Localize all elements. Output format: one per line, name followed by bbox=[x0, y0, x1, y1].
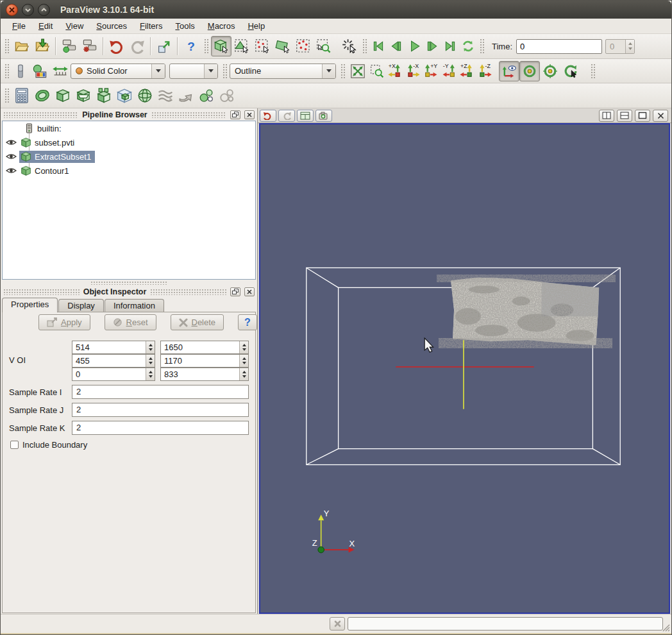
abort-progress-button[interactable] bbox=[330, 617, 345, 631]
voi-kmax-spinbox[interactable]: 833 bbox=[160, 368, 249, 381]
menu-file[interactable]: File bbox=[6, 19, 32, 33]
maximize-window-button[interactable] bbox=[38, 4, 50, 16]
reset-camera-button[interactable] bbox=[348, 61, 368, 81]
pipeline-item-contour[interactable]: Contour1 bbox=[3, 164, 255, 178]
extract-subset-filter-button[interactable] bbox=[114, 85, 135, 106]
select-cells-through-button[interactable] bbox=[273, 36, 293, 56]
properties-help-button[interactable]: ? bbox=[238, 314, 257, 330]
view-plus-z-button[interactable]: +Z bbox=[458, 61, 476, 81]
minimize-window-button[interactable] bbox=[22, 4, 34, 16]
menu-help[interactable]: Help bbox=[241, 19, 271, 33]
threshold-filter-button[interactable] bbox=[94, 85, 114, 106]
sample-rate-k-field[interactable]: 2 bbox=[72, 421, 249, 435]
contour-filter-button[interactable] bbox=[32, 85, 53, 106]
sample-rate-i-field[interactable]: 2 bbox=[72, 385, 249, 399]
view-plus-y-button[interactable]: +Y bbox=[422, 61, 440, 81]
pipeline-item-builtin[interactable]: builtin: bbox=[3, 121, 255, 135]
voi-imax-spinbox[interactable]: 1650 bbox=[160, 341, 249, 354]
frame-spinbox[interactable]: 0 bbox=[605, 39, 635, 54]
pipeline-browser-titlebar[interactable]: Pipeline Browser bbox=[1, 108, 257, 121]
select-points-on-button[interactable] bbox=[252, 36, 273, 56]
spin-buttons[interactable] bbox=[239, 355, 248, 367]
close-panel-button[interactable] bbox=[244, 287, 255, 296]
visibility-toggle[interactable] bbox=[3, 153, 19, 160]
connect-server-button[interactable] bbox=[59, 36, 80, 56]
spin-buttons[interactable] bbox=[146, 368, 155, 380]
close-view-button[interactable] bbox=[653, 110, 668, 122]
undo-button[interactable] bbox=[106, 36, 127, 56]
menu-sources[interactable]: Sources bbox=[90, 19, 133, 33]
menu-tools[interactable]: Tools bbox=[169, 19, 201, 33]
last-frame-button[interactable] bbox=[441, 36, 459, 56]
float-panel-button[interactable] bbox=[230, 110, 240, 119]
warp-filter-button[interactable] bbox=[176, 85, 196, 106]
voi-jmin-spinbox[interactable]: 455 bbox=[72, 354, 155, 368]
pick-button[interactable] bbox=[339, 36, 360, 56]
menu-filters[interactable]: Filters bbox=[133, 19, 169, 33]
time-input[interactable] bbox=[516, 39, 602, 54]
glyph-filter-button[interactable] bbox=[135, 85, 155, 106]
menu-edit[interactable]: Edit bbox=[32, 19, 59, 33]
pipeline-tree[interactable]: builtin: subset.pvti ExtractSubset1 bbox=[2, 121, 256, 280]
select-cells-on-button[interactable] bbox=[231, 36, 252, 56]
toolbar-drag-handle[interactable] bbox=[479, 38, 485, 55]
toolbar-drag-handle[interactable] bbox=[340, 63, 346, 80]
visibility-toggle[interactable] bbox=[3, 167, 19, 174]
view-minus-y-button[interactable]: -Y bbox=[440, 61, 458, 81]
title-bar[interactable]: ParaView 3.10.1 64-bit bbox=[1, 1, 671, 19]
spin-buttons[interactable] bbox=[239, 368, 248, 380]
toolbar-drag-handle[interactable] bbox=[203, 38, 209, 55]
panel-splitter[interactable] bbox=[1, 280, 257, 285]
color-by-combo[interactable]: Solid Color bbox=[71, 64, 165, 79]
next-frame-button[interactable] bbox=[423, 36, 441, 56]
close-panel-button[interactable] bbox=[244, 110, 255, 119]
disconnect-server-button[interactable] bbox=[80, 36, 100, 56]
tab-properties[interactable]: Properties bbox=[2, 298, 58, 312]
menu-macros[interactable]: Macros bbox=[201, 19, 242, 33]
reset-center-button[interactable] bbox=[560, 61, 581, 81]
voi-jmax-spinbox[interactable]: 1170 bbox=[160, 354, 249, 368]
split-view-horizontal-button[interactable] bbox=[599, 110, 614, 122]
maximize-view-button[interactable] bbox=[635, 110, 650, 122]
render-viewport[interactable]: Y X Z bbox=[259, 123, 670, 614]
toolbar-drag-handle[interactable] bbox=[590, 63, 596, 80]
clip-filter-button[interactable] bbox=[53, 85, 73, 106]
close-window-button[interactable] bbox=[6, 4, 18, 16]
interaction-mode-button[interactable] bbox=[211, 36, 231, 56]
sample-rate-j-field[interactable]: 2 bbox=[72, 403, 249, 417]
split-view-vertical-button[interactable] bbox=[617, 110, 632, 122]
pick-center-button[interactable] bbox=[540, 61, 560, 81]
toolbar-drag-handle[interactable] bbox=[222, 63, 228, 80]
slice-filter-button[interactable] bbox=[73, 85, 94, 106]
visibility-toggle[interactable] bbox=[3, 139, 19, 146]
spin-buttons[interactable] bbox=[239, 341, 248, 353]
redo-button[interactable] bbox=[127, 36, 147, 56]
delete-button[interactable]: Delete bbox=[171, 314, 224, 330]
apply-button[interactable]: Apply bbox=[38, 314, 90, 330]
frame-spin-buttons[interactable] bbox=[625, 40, 634, 53]
resize-grip[interactable] bbox=[661, 623, 670, 632]
pipeline-item-extractsubset[interactable]: ExtractSubset1 bbox=[3, 149, 255, 164]
previous-frame-button[interactable] bbox=[387, 36, 405, 56]
representation-combo[interactable]: Outline bbox=[230, 64, 336, 79]
reset-button[interactable]: Reset bbox=[105, 314, 156, 330]
extract-group-button[interactable] bbox=[217, 85, 237, 106]
voi-imin-spinbox[interactable]: 514 bbox=[72, 341, 155, 354]
toggle-color-legend-button[interactable] bbox=[12, 61, 29, 81]
toolbar-drag-handle[interactable] bbox=[4, 63, 10, 80]
load-state-button[interactable] bbox=[154, 36, 174, 56]
component-combo[interactable] bbox=[169, 64, 218, 79]
capture-view-button[interactable] bbox=[315, 110, 332, 122]
zoom-to-box-button[interactable] bbox=[368, 61, 386, 81]
tab-information[interactable]: Information bbox=[105, 299, 164, 312]
view-minus-x-button[interactable]: -X bbox=[404, 61, 422, 81]
spin-buttons[interactable] bbox=[146, 341, 155, 353]
select-points-through-button[interactable] bbox=[293, 36, 314, 56]
loop-button[interactable] bbox=[459, 36, 477, 56]
save-data-button[interactable] bbox=[32, 36, 53, 56]
voi-kmin-spinbox[interactable]: 0 bbox=[72, 368, 155, 381]
play-button[interactable] bbox=[405, 36, 423, 56]
pipeline-item-subset[interactable]: subset.pvti bbox=[3, 135, 255, 149]
group-datasets-button[interactable] bbox=[196, 85, 217, 106]
stream-tracer-filter-button[interactable] bbox=[155, 85, 176, 106]
